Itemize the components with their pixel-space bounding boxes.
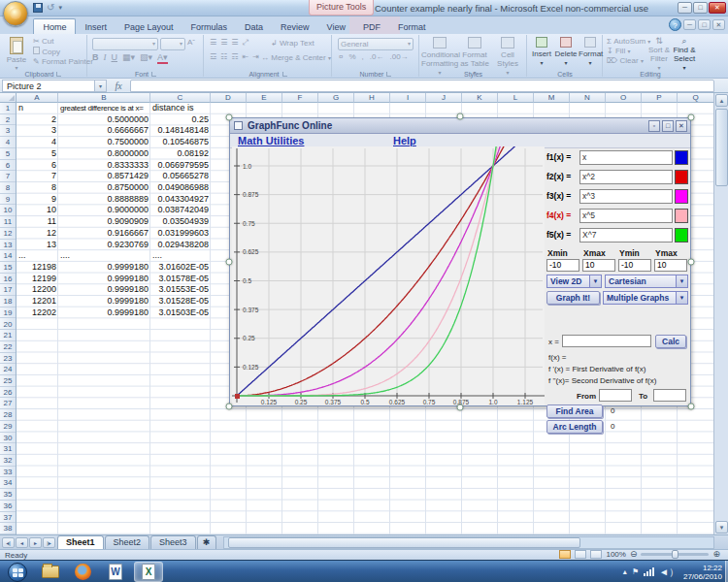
cell-B9[interactable]: 0.8888889: [58, 194, 150, 206]
column-header-G[interactable]: G: [318, 93, 354, 103]
alignment-dialog-launcher[interactable]: [282, 72, 287, 77]
sort-filter-button[interactable]: ⇅ Sort & Filter▾: [646, 37, 672, 73]
network-icon[interactable]: [644, 567, 654, 576]
row-header-34[interactable]: 34: [0, 477, 16, 489]
graphfunc-close-icon[interactable]: ✕: [676, 120, 687, 132]
row-header-27[interactable]: 27: [0, 398, 16, 409]
taskbar-firefox-button[interactable]: [68, 562, 97, 582]
column-header-P[interactable]: P: [642, 93, 678, 103]
function-color-swatch-f5[interactable]: [675, 228, 688, 242]
row-header-8[interactable]: 8: [0, 182, 16, 194]
function-color-swatch-f4[interactable]: [675, 209, 688, 223]
column-header-B[interactable]: B: [58, 93, 150, 103]
select-all-corner[interactable]: [0, 93, 17, 103]
cell-C14[interactable]: ....: [150, 250, 211, 262]
cell-A5[interactable]: 5: [17, 148, 58, 160]
row-header-5[interactable]: 5: [0, 148, 16, 160]
cell-C6[interactable]: 0.066979595: [150, 160, 211, 172]
cell-B4[interactable]: 0.7500000: [58, 137, 150, 148]
maximize-button[interactable]: □: [693, 2, 708, 14]
grow-font-icon[interactable]: Aˆ: [187, 38, 195, 50]
selection-handle[interactable]: [688, 404, 695, 410]
minimize-button[interactable]: ─: [678, 2, 692, 14]
cell-B1[interactable]: greatest difference is at x=: [58, 103, 150, 114]
column-header-O[interactable]: O: [606, 93, 642, 103]
column-header-A[interactable]: A: [17, 93, 58, 103]
row-header-30[interactable]: 30: [0, 433, 16, 444]
vertical-scrollbar[interactable]: ▲ ▼: [713, 93, 728, 534]
italic-button[interactable]: I: [104, 52, 107, 64]
orientation-icon[interactable]: ⤢: [243, 38, 248, 48]
increase-indent-icon[interactable]: ⇥: [252, 52, 259, 61]
autosum-button[interactable]: Σ AutoSum ▾: [607, 37, 650, 47]
cell-B8[interactable]: 0.8750000: [58, 182, 150, 194]
vertical-scroll-thumb[interactable]: [715, 109, 728, 186]
selection-handle[interactable]: [457, 113, 464, 120]
cell-A18[interactable]: 12201: [17, 296, 58, 307]
zoom-slider[interactable]: [641, 553, 709, 556]
zoom-slider-thumb[interactable]: [672, 550, 678, 559]
row-header-12[interactable]: 12: [0, 228, 16, 240]
cell-A17[interactable]: 12200: [17, 284, 58, 296]
close-button[interactable]: ✕: [709, 2, 726, 14]
page-break-view-icon[interactable]: [590, 550, 602, 559]
from-input[interactable]: [599, 389, 632, 402]
number-dialog-launcher[interactable]: [386, 72, 391, 77]
align-left-icon[interactable]: ☲: [210, 52, 216, 61]
cell-A2[interactable]: 2: [17, 114, 58, 126]
cell-B13[interactable]: 0.9230769: [58, 240, 150, 251]
row-header-38[interactable]: 38: [0, 523, 16, 534]
horizontal-scrollbar[interactable]: [223, 536, 714, 549]
row-header-26[interactable]: 26: [0, 387, 16, 399]
view-2d-dropdown[interactable]: View 2D▼: [546, 275, 602, 288]
zoom-out-icon[interactable]: ⊖: [630, 550, 638, 559]
row-header-29[interactable]: 29: [0, 421, 16, 433]
cell-A19[interactable]: 12202: [17, 307, 58, 319]
cell-A4[interactable]: 4: [17, 137, 58, 148]
zoom-in-icon[interactable]: ⊕: [712, 550, 720, 559]
wrap-text-button[interactable]: ↲ Wrap Text: [271, 39, 314, 48]
cell-B10[interactable]: 0.9000000: [58, 205, 150, 216]
name-box-dropdown-icon[interactable]: ▾: [95, 80, 107, 92]
cell-C1[interactable]: distance is: [150, 103, 211, 114]
range-input-ymax[interactable]: 10: [654, 259, 687, 272]
row-header-13[interactable]: 13: [0, 240, 16, 251]
page-layout-view-icon[interactable]: [575, 550, 586, 559]
scroll-up-icon[interactable]: ▲: [715, 94, 728, 107]
row-header-21[interactable]: 21: [0, 330, 16, 341]
workbook-close-button[interactable]: ✕: [712, 19, 725, 30]
cell-C17[interactable]: 3.01553E-05: [150, 284, 211, 296]
workbook-minimize-button[interactable]: ─: [683, 19, 696, 30]
row-header-11[interactable]: 11: [0, 216, 16, 228]
delete-cells-button[interactable]: Delete▾: [554, 37, 578, 67]
underline-button[interactable]: U: [112, 52, 118, 64]
cell-C7[interactable]: 0.05665278: [150, 171, 211, 182]
align-center-icon[interactable]: ☷: [220, 52, 227, 61]
row-header-22[interactable]: 22: [0, 341, 16, 353]
percent-style-icon[interactable]: %: [348, 52, 355, 61]
selection-handle[interactable]: [226, 259, 233, 266]
cell-C2[interactable]: 0.25: [150, 114, 211, 126]
cell-B11[interactable]: 0.9090909: [58, 216, 150, 228]
column-header-D[interactable]: D: [211, 93, 247, 103]
cell-A11[interactable]: 11: [17, 216, 58, 228]
row-header-19[interactable]: 19: [0, 307, 16, 319]
range-input-xmin[interactable]: -10: [546, 259, 579, 272]
column-header-L[interactable]: L: [498, 93, 534, 103]
row-header-16[interactable]: 16: [0, 274, 16, 285]
font-color-button[interactable]: A▾: [157, 52, 168, 64]
border-button[interactable]: ▦▾: [122, 52, 135, 64]
column-header-H[interactable]: H: [354, 93, 390, 103]
row-header-20[interactable]: 20: [0, 319, 16, 331]
cell-C13[interactable]: 0.029438208: [150, 240, 211, 251]
undo-icon[interactable]: ↺: [47, 3, 54, 13]
column-header-E[interactable]: E: [247, 93, 282, 103]
align-middle-icon[interactable]: ☰: [220, 38, 227, 48]
taskbar-excel-button[interactable]: X: [134, 562, 163, 582]
decrease-indent-icon[interactable]: ⇤: [243, 52, 249, 61]
function-color-swatch-f1[interactable]: [675, 150, 688, 165]
font-size-dropdown[interactable]: ▾: [160, 38, 185, 50]
row-header-4[interactable]: 4: [0, 137, 16, 148]
cell-A10[interactable]: 10: [17, 205, 58, 216]
function-input-f2[interactable]: x^2: [579, 170, 673, 184]
